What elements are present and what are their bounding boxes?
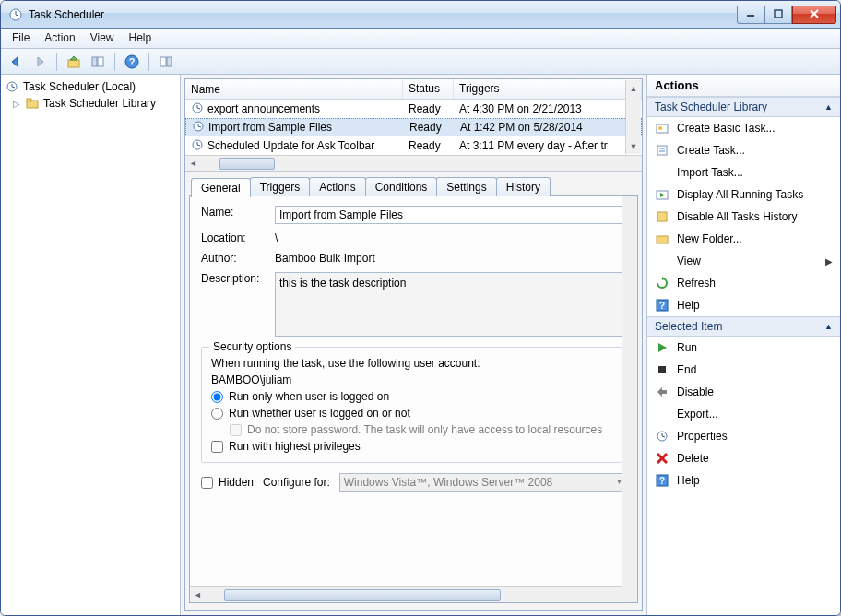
- action-display-running[interactable]: Display All Running Tasks: [647, 184, 840, 206]
- action-refresh[interactable]: Refresh: [647, 272, 840, 294]
- maximize-button[interactable]: [764, 6, 792, 24]
- action-run[interactable]: Run: [647, 337, 840, 359]
- check-hidden[interactable]: Hidden: [201, 476, 254, 489]
- menu-help[interactable]: Help: [122, 29, 160, 48]
- radio-logged-on[interactable]: Run only when user is logged on: [211, 390, 616, 403]
- action-help-2[interactable]: ?Help: [647, 469, 840, 492]
- forward-button[interactable]: [29, 51, 51, 73]
- back-button[interactable]: [5, 51, 27, 73]
- play-icon: [655, 340, 669, 355]
- task-list-vscroll[interactable]: ▲▼: [625, 80, 641, 154]
- tab-general[interactable]: General: [191, 178, 251, 197]
- tabs-area: General Triggers Actions Conditions Sett…: [185, 172, 642, 610]
- menu-view[interactable]: View: [83, 29, 122, 48]
- actions-pane-button[interactable]: [155, 51, 177, 73]
- folder-icon: [655, 231, 669, 246]
- task-list: Name Status Triggers export announcement…: [185, 79, 642, 172]
- description-field[interactable]: [275, 272, 626, 337]
- tree-pane: Task Scheduler (Local) ▷ Task Scheduler …: [1, 75, 181, 615]
- actions-group-library[interactable]: Task Scheduler Library ▲: [647, 97, 840, 117]
- tree-library[interactable]: ▷ Task Scheduler Library: [3, 95, 178, 112]
- panel-hscroll[interactable]: ◄: [190, 586, 622, 602]
- menubar: File Action View Help: [1, 29, 840, 49]
- col-status[interactable]: Status: [403, 79, 454, 99]
- svg-rect-44: [658, 366, 666, 373]
- tree-root[interactable]: Task Scheduler (Local): [3, 78, 178, 95]
- svg-rect-11: [92, 57, 97, 66]
- location-value: \: [275, 231, 626, 244]
- content-area: Task Scheduler (Local) ▷ Task Scheduler …: [1, 75, 840, 615]
- tab-history[interactable]: History: [496, 177, 551, 196]
- check-highest-priv[interactable]: Run with highest privileges: [211, 440, 616, 453]
- action-create-task[interactable]: Create Task...: [647, 139, 840, 161]
- configure-combo[interactable]: Windows Vista™, Windows Server™ 2008: [339, 473, 626, 492]
- task-list-hscroll[interactable]: ◄: [185, 155, 642, 171]
- svg-marker-43: [658, 343, 667, 352]
- collapse-icon[interactable]: ▲: [824, 322, 833, 331]
- import-icon: [655, 165, 669, 180]
- close-button[interactable]: [792, 6, 836, 24]
- security-text: When running the task, use the following…: [211, 357, 616, 370]
- toolbar: ?: [1, 49, 840, 75]
- panel-vscroll[interactable]: [622, 196, 637, 602]
- tab-settings[interactable]: Settings: [436, 177, 496, 196]
- check-no-store-pw[interactable]: Do not store password. The task will onl…: [230, 423, 616, 436]
- titlebar[interactable]: Task Scheduler: [1, 1, 840, 29]
- expand-icon[interactable]: ▷: [12, 99, 21, 109]
- minimize-button[interactable]: [737, 6, 764, 24]
- panes-button[interactable]: [87, 51, 109, 73]
- svg-text:?: ?: [129, 56, 136, 67]
- action-disable[interactable]: Disable: [647, 381, 840, 403]
- svg-marker-7: [12, 57, 18, 66]
- task-row[interactable]: export announcements Ready At 4:30 PM on…: [185, 100, 642, 118]
- action-properties[interactable]: Properties: [647, 425, 840, 447]
- folder-icon: [25, 96, 40, 111]
- actions-title: Actions: [647, 75, 840, 97]
- col-triggers[interactable]: Triggers: [454, 79, 642, 99]
- help-icon: ?: [655, 473, 669, 488]
- svg-rect-4: [775, 10, 782, 18]
- task-row[interactable]: Scheduled Update for Ask Toolbar Ready A…: [185, 136, 642, 155]
- col-name[interactable]: Name: [185, 79, 403, 99]
- action-export[interactable]: Export...: [647, 403, 840, 425]
- menu-file[interactable]: File: [5, 29, 37, 48]
- svg-rect-39: [657, 236, 668, 243]
- action-disable-history[interactable]: Disable All Tasks History: [647, 206, 840, 228]
- chevron-right-icon: ▶: [825, 256, 833, 267]
- name-label: Name:: [201, 206, 275, 224]
- menu-action[interactable]: Action: [37, 29, 82, 48]
- action-create-basic-task[interactable]: Create Basic Task...: [647, 117, 840, 139]
- svg-rect-9: [68, 60, 79, 67]
- radio-logged-off[interactable]: Run whether user is logged on or not: [211, 407, 616, 420]
- general-panel: Name: Location: \ Author: Bamboo Bulk Im…: [189, 195, 638, 603]
- author-label: Author:: [201, 252, 275, 265]
- svg-rect-21: [27, 99, 31, 101]
- svg-point-32: [658, 126, 662, 130]
- collapse-icon[interactable]: ▲: [824, 102, 833, 112]
- tab-conditions[interactable]: Conditions: [365, 177, 438, 196]
- tab-triggers[interactable]: Triggers: [250, 177, 311, 196]
- running-icon: [655, 187, 669, 202]
- description-label: Description:: [201, 272, 275, 339]
- name-field[interactable]: [275, 206, 626, 224]
- delete-icon: [655, 451, 669, 466]
- svg-rect-38: [657, 212, 667, 221]
- up-button[interactable]: [63, 51, 85, 73]
- action-help[interactable]: ?Help: [647, 294, 840, 316]
- svg-rect-33: [657, 146, 667, 155]
- author-value: Bamboo Bulk Import: [275, 252, 626, 265]
- action-view[interactable]: View▶: [647, 250, 840, 272]
- history-icon: [655, 209, 669, 224]
- tab-actions[interactable]: Actions: [309, 177, 365, 196]
- svg-marker-8: [38, 57, 43, 66]
- task-row[interactable]: Import from Sample Files Ready At 1:42 P…: [185, 118, 642, 136]
- action-end[interactable]: End: [647, 359, 840, 381]
- help-icon: ?: [655, 298, 669, 313]
- tree-root-label: Task Scheduler (Local): [23, 80, 136, 93]
- actions-group-selected[interactable]: Selected Item ▲: [647, 316, 840, 337]
- security-legend: Security options: [209, 340, 295, 353]
- help-button[interactable]: ?: [121, 51, 143, 73]
- action-delete[interactable]: Delete: [647, 447, 840, 469]
- action-import-task[interactable]: Import Task...: [647, 161, 840, 184]
- action-new-folder[interactable]: New Folder...: [647, 228, 840, 250]
